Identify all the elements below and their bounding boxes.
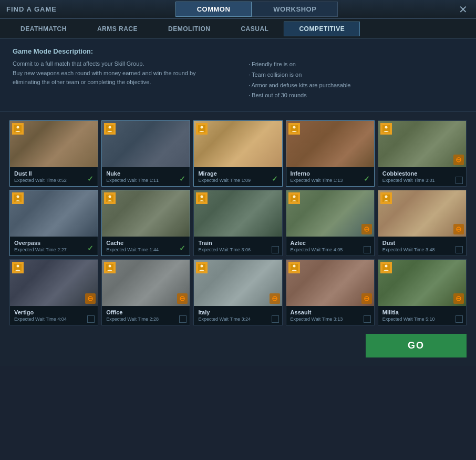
map-checkbox-dust (456, 246, 463, 253)
map-thumbnail-overpass (10, 190, 98, 237)
map-card-inferno[interactable]: InfernoExpected Wait Time 1:13✓ (286, 120, 375, 187)
main-tabs: Common Workshop (57, 2, 457, 17)
map-name-nuke: Nuke (106, 170, 185, 177)
map-wait-nuke: Expected Wait Time 1:11 (106, 178, 185, 183)
map-card-cobblestone[interactable]: CobblestoneExpected Wait Time 3:01 (378, 120, 467, 187)
map-info-office: OfficeExpected Wait Time 2:28 (102, 306, 190, 325)
map-card-assault[interactable]: AssaultExpected Wait Time 3:13 (286, 259, 375, 325)
map-name-dust2: Dust II (14, 170, 94, 177)
map-icon-train (196, 192, 208, 204)
go-button[interactable]: GO (366, 334, 467, 357)
subtab-armsrace[interactable]: Arms Race (82, 22, 153, 36)
svg-point-7 (293, 126, 295, 129)
map-thumbnail-cache (102, 190, 190, 237)
description-title: Game Mode Description: (13, 47, 463, 55)
svg-point-39 (293, 265, 295, 268)
map-checkbox-assault (364, 315, 371, 323)
svg-point-19 (293, 196, 295, 198)
map-info-vertigo: VertigoExpected Wait Time 4:04 (10, 306, 98, 325)
svg-point-1 (17, 126, 19, 129)
map-check-mirage: ✓ (272, 175, 278, 183)
map-grid-container: Dust IIExpected Wait Time 0:52✓ NukeExpe… (0, 112, 476, 325)
subtab-casual[interactable]: Casual (225, 22, 284, 36)
map-thumbnail-cobblestone (378, 121, 466, 167)
svg-point-27 (17, 265, 19, 268)
not-available-badge-militia (453, 293, 464, 304)
svg-point-35 (201, 265, 203, 268)
map-wait-dust2: Expected Wait Time 0:52 (14, 178, 94, 183)
map-card-vertigo[interactable]: VertigoExpected Wait Time 4:04 (9, 259, 98, 325)
map-wait-office: Expected Wait Time 2:28 (106, 316, 185, 322)
map-card-train[interactable]: TrainExpected Wait Time 3:06 (193, 190, 282, 256)
map-card-office[interactable]: OfficeExpected Wait Time 2:28 (101, 259, 190, 325)
map-name-train: Train (198, 240, 277, 246)
map-card-aztec[interactable]: AztecExpected Wait Time 4:05 (286, 190, 375, 256)
map-checkbox-vertigo (87, 315, 95, 323)
svg-point-17 (201, 196, 203, 198)
map-info-train: TrainExpected Wait Time 3:06 (194, 237, 282, 255)
map-card-overpass[interactable]: OverpassExpected Wait Time 2:27✓ (9, 190, 98, 256)
map-info-cobblestone: CobblestoneExpected Wait Time 3:01 (378, 167, 466, 186)
subtab-competitive[interactable]: Competitive (284, 22, 360, 36)
map-name-vertigo: Vertigo (14, 309, 94, 315)
map-name-cache: Cache (106, 240, 185, 246)
map-thumbnail-mirage (194, 121, 282, 167)
map-wait-aztec: Expected Wait Time 4:05 (291, 247, 370, 252)
map-icon-cobblestone (380, 123, 392, 135)
subtab-deathmatch[interactable]: Deathmatch (5, 22, 82, 36)
map-checkbox-italy (272, 315, 279, 323)
map-card-dust2[interactable]: Dust IIExpected Wait Time 0:52✓ (9, 120, 98, 187)
map-wait-militia: Expected Wait Time 5:10 (382, 316, 462, 322)
map-card-nuke[interactable]: NukeExpected Wait Time 1:11✓ (101, 120, 190, 187)
map-info-militia: MilitiaExpected Wait Time 5:10 (378, 306, 466, 325)
map-info-dust: DustExpected Wait Time 3:48 (378, 237, 466, 255)
not-available-badge-assault (361, 293, 372, 304)
map-check-cache: ✓ (179, 244, 185, 252)
description-left: Commit to a full match that affects your… (13, 59, 227, 101)
tab-common[interactable]: Common (175, 2, 252, 17)
map-wait-italy: Expected Wait Time 3:24 (198, 316, 277, 322)
tab-workshop[interactable]: Workshop (252, 2, 338, 17)
close-button[interactable]: ✕ (457, 3, 470, 16)
svg-point-13 (17, 196, 19, 198)
map-check-nuke: ✓ (179, 175, 185, 183)
map-card-cache[interactable]: CacheExpected Wait Time 1:44✓ (101, 190, 190, 256)
go-footer: GO (0, 325, 476, 366)
map-info-aztec: AztecExpected Wait Time 4:05 (286, 237, 374, 255)
description-right: · Friendly fire is on · Team collision i… (249, 59, 463, 101)
map-checkbox-cobblestone (456, 177, 463, 184)
map-card-militia[interactable]: MilitiaExpected Wait Time 5:10 (378, 259, 467, 325)
map-thumbnail-dust (378, 190, 466, 237)
map-card-italy[interactable]: ItalyExpected Wait Time 3:24 (193, 259, 282, 325)
not-available-badge-vertigo (85, 293, 96, 304)
header: Find A Game Common Workshop ✕ (0, 0, 476, 19)
map-name-inferno: Inferno (291, 170, 370, 177)
map-wait-dust: Expected Wait Time 3:48 (382, 247, 462, 252)
map-wait-overpass: Expected Wait Time 2:27 (14, 247, 94, 252)
svg-point-9 (385, 126, 387, 129)
desc-line-2: Buy new weapons each round with money ea… (13, 69, 227, 78)
map-icon-nuke (104, 123, 116, 135)
subtab-demolition[interactable]: Demolition (153, 22, 225, 36)
map-thumbnail-assault (286, 260, 374, 306)
map-name-dust: Dust (382, 240, 462, 246)
svg-point-15 (109, 196, 111, 198)
map-wait-inferno: Expected Wait Time 1:13 (291, 178, 370, 183)
map-card-mirage[interactable]: MirageExpected Wait Time 1:09✓ (193, 120, 282, 187)
map-icon-dust2 (12, 123, 24, 135)
svg-point-23 (385, 196, 387, 198)
map-check-overpass: ✓ (87, 244, 94, 252)
map-thumbnail-nuke (102, 121, 190, 167)
map-icon-aztec (288, 192, 300, 204)
map-info-mirage: MirageExpected Wait Time 1:09✓ (194, 167, 282, 186)
map-icon-inferno (288, 123, 300, 135)
svg-point-31 (109, 265, 111, 268)
map-name-office: Office (106, 309, 185, 315)
desc-rule-1: · Friendly fire is on (249, 59, 463, 70)
not-available-badge-dust (453, 224, 464, 234)
map-card-dust[interactable]: DustExpected Wait Time 3:48 (378, 190, 467, 256)
map-icon-overpass (12, 192, 24, 204)
map-grid: Dust IIExpected Wait Time 0:52✓ NukeExpe… (9, 120, 467, 325)
map-icon-cache (104, 192, 116, 204)
map-wait-assault: Expected Wait Time 3:13 (291, 316, 370, 322)
